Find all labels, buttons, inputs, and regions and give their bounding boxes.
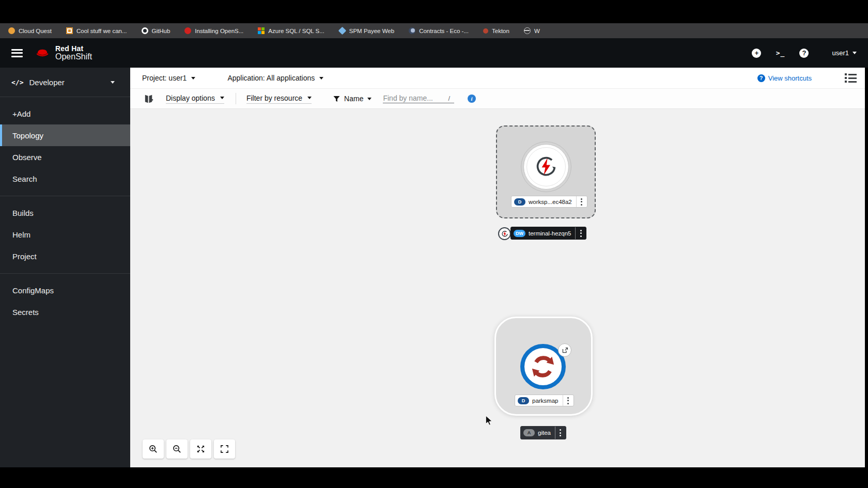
import-plus-icon[interactable]: +	[751, 48, 762, 58]
bookmark-label: SPM Payee Web	[349, 28, 394, 34]
topology-toolbar: Display options Filter by resource Name	[130, 89, 865, 109]
sidebar-nav: </> Developer +Add Topology Observe Sear…	[0, 68, 130, 467]
zoom-out-button[interactable]	[166, 439, 188, 459]
masthead: Red Hat OpenShift + >_ ? user1	[0, 38, 868, 68]
kebab-menu-icon[interactable]	[555, 427, 566, 439]
square-favicon	[66, 27, 73, 34]
bookmark-cloud-quest[interactable]: Cloud Quest	[8, 27, 52, 34]
bookmark-label: Contracts - Eco -...	[419, 28, 469, 34]
mouse-cursor	[485, 416, 493, 426]
perspective-label: Developer	[29, 78, 64, 87]
info-icon[interactable]: i	[468, 95, 476, 103]
kebab-menu-icon[interactable]	[577, 196, 587, 207]
bookmark-label: W	[534, 28, 540, 34]
circle-favicon	[483, 28, 488, 34]
parksmap-application-group[interactable]: D parksmap	[494, 317, 593, 416]
display-options-dropdown[interactable]: Display options	[166, 94, 224, 104]
terminal-icon[interactable]: >_	[775, 48, 785, 58]
find-by-name-input[interactable]	[383, 94, 446, 102]
bookmark-cool-stuff[interactable]: Cool stuff we can...	[66, 27, 127, 34]
bookmark-tekton[interactable]: Tekton	[483, 28, 509, 34]
user-menu[interactable]: user1	[832, 49, 857, 57]
devworkspace-badge: DW	[514, 230, 525, 237]
sidebar-item-configmaps[interactable]: ConfigMaps	[0, 279, 130, 301]
code-icon: </>	[11, 78, 23, 86]
github-icon	[142, 27, 148, 34]
circle-favicon	[184, 27, 191, 34]
list-view-toggle-icon[interactable]	[845, 73, 857, 83]
bookmark-installing-openshift[interactable]: Installing OpenS...	[184, 27, 243, 34]
help-icon[interactable]: ?	[799, 48, 809, 58]
screen: Cloud Quest Cool stuff we can... GitHub …	[0, 0, 868, 488]
chevron-down-icon	[220, 97, 224, 99]
perspective-switcher[interactable]: </> Developer	[0, 68, 130, 97]
brand-logo[interactable]: Red Hat OpenShift	[35, 44, 92, 61]
openshift-rotating-arrows-icon	[530, 354, 556, 380]
sidebar-item-project[interactable]: Project	[0, 245, 130, 267]
workspace-node-label[interactable]: D worksp...ec48a2	[511, 196, 587, 208]
browser-bookmarks-bar: Cloud Quest Cool stuff we can... GitHub …	[0, 23, 868, 38]
brand-redhat: Red Hat	[55, 44, 92, 53]
sidebar-item-add[interactable]: +Add	[0, 103, 130, 124]
sidebar-item-topology[interactable]: Topology	[0, 124, 130, 146]
bookmark-label: Cloud Quest	[19, 28, 52, 34]
project-dropdown[interactable]: Project: user1	[142, 74, 195, 82]
sidebar-item-helm[interactable]: Helm	[0, 224, 130, 245]
parksmap-node-label[interactable]: D parksmap	[515, 395, 574, 406]
diamond-favicon	[338, 27, 346, 35]
terminal-node-label[interactable]: DW terminal-hezqn5	[510, 227, 586, 240]
sidebar-item-search[interactable]: Search	[0, 168, 130, 190]
quick-search-catalog-icon[interactable]	[143, 93, 155, 105]
chevron-down-icon	[367, 98, 371, 100]
bookmark-label: Azure SQL / SQL S...	[268, 28, 324, 34]
reset-view-button[interactable]	[214, 439, 235, 459]
open-url-decorator[interactable]	[558, 343, 571, 357]
topology-zoom-controls	[143, 439, 235, 459]
bookmark-w[interactable]: W	[524, 27, 540, 34]
find-by-name-group: /	[383, 94, 454, 103]
gitea-node-label[interactable]: A gitea	[520, 426, 566, 439]
moon-favicon	[409, 27, 415, 34]
bookmark-contracts[interactable]: Contracts - Eco -...	[409, 27, 469, 34]
nav-toggle-hamburger-icon[interactable]	[11, 49, 23, 57]
deployment-badge: D	[514, 198, 525, 206]
filter-by-resource-dropdown[interactable]: Filter by resource	[246, 94, 312, 104]
chevron-down-icon	[191, 77, 195, 80]
circle-favicon	[8, 27, 15, 34]
help-circle-icon: ?	[757, 74, 765, 82]
application-badge: A	[523, 429, 535, 436]
kebab-menu-icon[interactable]	[576, 227, 586, 239]
name-filter-dropdown[interactable]: Name	[333, 95, 371, 103]
context-bar: Project: user1 Application: All applicat…	[130, 68, 865, 89]
globe-icon	[524, 27, 531, 34]
redhat-fedora-icon	[35, 48, 51, 59]
application-dropdown[interactable]: Application: All applications	[227, 74, 323, 82]
bookmark-label: Installing OpenS...	[195, 28, 243, 34]
sidebar-item-observe[interactable]: Observe	[0, 146, 130, 168]
zoom-in-button[interactable]	[143, 439, 164, 459]
kebab-menu-icon[interactable]	[563, 395, 574, 406]
bookmark-spm-payee[interactable]: SPM Payee Web	[339, 27, 394, 34]
bookmark-label: GitHub	[152, 28, 171, 34]
sidebar-item-builds[interactable]: Builds	[0, 202, 130, 224]
view-shortcuts-link[interactable]: ? View shortcuts	[757, 74, 812, 82]
sidebar-item-secrets[interactable]: Secrets	[0, 301, 130, 323]
bookmark-label: Cool stuff we can...	[76, 28, 127, 34]
microsoft-squares-icon	[258, 27, 265, 34]
slash-shortcut-hint: /	[446, 95, 454, 102]
filter-funnel-icon	[333, 96, 340, 102]
terminal-mini-node[interactable]	[498, 227, 511, 240]
fit-to-screen-button[interactable]	[190, 439, 211, 459]
chevron-down-icon	[319, 77, 323, 80]
external-link-icon	[562, 347, 568, 354]
bookmark-label: Tekton	[492, 28, 509, 34]
deployment-badge: D	[518, 397, 529, 404]
bookmark-azure-sql[interactable]: Azure SQL / SQL S...	[258, 27, 324, 34]
brand-openshift: OpenShift	[55, 52, 92, 61]
devworkspace-sync-icon	[501, 230, 508, 238]
workspace-node[interactable]: D worksp...ec48a2	[496, 125, 596, 218]
bookmark-github[interactable]: GitHub	[142, 27, 171, 34]
chevron-down-icon	[853, 52, 857, 54]
topology-canvas[interactable]: D worksp...ec48a2 DW terminal-hezqn5	[130, 109, 865, 467]
username: user1	[832, 49, 849, 57]
